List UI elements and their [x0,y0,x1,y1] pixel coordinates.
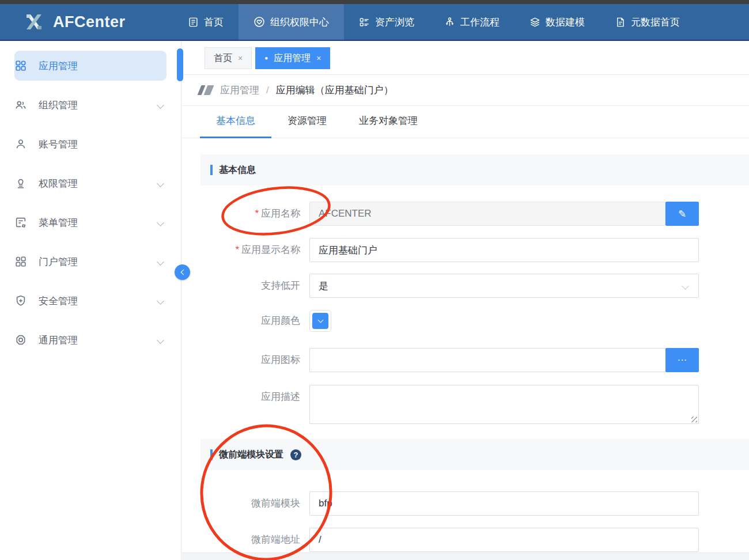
org-permission-heart-icon [254,16,265,28]
sidebar-item-security-management[interactable]: 安全管理 [14,286,167,316]
data-modeling-layers-icon [529,17,540,28]
nav-label: 数据建模 [546,16,585,29]
content-bottom-band [182,553,749,560]
sidebar-item-app-management[interactable]: 应用管理 [14,51,167,81]
left-sidebar: 应用管理 组织管理 账号管理 权 [0,42,181,560]
nav-item-workflow[interactable]: 工作流程 [429,4,515,40]
workspace-tab-home[interactable]: 首页 × [205,47,252,69]
form-row-micro-frontend-module: 微前端模块 [182,491,699,516]
sidebar-item-label: 安全管理 [39,294,78,308]
micro-frontend-address-input[interactable] [309,528,699,552]
nav-label: 组织权限中心 [270,16,329,29]
chevron-down-icon [317,317,323,323]
field-label: *应用名称 [182,202,309,226]
sidebar-item-org-management[interactable]: 组织管理 [14,90,167,120]
nav-label: 资产浏览 [375,16,414,29]
section-accent-bar [210,165,213,175]
field-label: 应用颜色 [182,310,309,332]
sidebar-item-label: 通用管理 [39,334,78,347]
ellipsis-icon: ··· [678,354,687,366]
micro-frontend-module-input[interactable] [309,491,699,516]
close-icon[interactable]: × [238,54,243,63]
form-row-app-description: 应用描述 [182,385,699,424]
section-title: 微前端模块设置 [219,449,283,461]
chevron-down-icon [157,336,164,344]
sidebar-item-label: 权限管理 [39,177,78,190]
section-accent-bar [210,449,213,460]
app-grid-icon [14,59,27,72]
low-code-select[interactable]: 是 [309,274,699,298]
breadcrumb-separator: / [266,85,269,96]
chevron-left-icon [180,270,186,275]
breadcrumb-slashes-icon [199,85,212,95]
nav-label: 元数据首页 [631,16,680,29]
breadcrumb-parent[interactable]: 应用管理 [220,84,259,97]
nav-item-metadata-home[interactable]: 元数据首页 [600,4,695,40]
nav-item-home[interactable]: 首页 [173,4,239,40]
app-icon-input[interactable] [309,348,699,372]
select-value: 是 [319,279,328,293]
app-display-name-input[interactable] [309,238,699,262]
choose-icon-button[interactable]: ··· [665,348,699,372]
nav-item-asset-browse[interactable]: 资产浏览 [344,4,429,40]
tab-label: 首页 [214,52,232,65]
detail-tabs: 基本信息 资源管理 业务对象管理 [182,106,749,138]
app-description-textarea[interactable] [309,385,699,424]
form-row-app-icon: 应用图标 ··· [182,348,699,372]
field-label: 应用图标 [182,348,309,372]
sidebar-item-account-management[interactable]: 账号管理 [14,129,167,159]
sidebar-item-portal-management[interactable]: 门户管理 [14,247,167,277]
workspace-tab-bar: 首页 × ● 应用管理 × [182,42,749,75]
breadcrumb: 应用管理 / 应用编辑（应用基础门户） [182,75,749,106]
chevron-down-icon [157,219,164,226]
close-icon[interactable]: × [316,54,321,63]
security-shield-icon [14,294,27,307]
nav-label: 工作流程 [460,16,500,29]
tab-business-object-management[interactable]: 业务对象管理 [343,114,434,138]
home-doc-icon [188,17,199,28]
required-marker: * [255,208,259,219]
app-logo[interactable]: AFCenter [0,10,173,34]
tab-resource-management[interactable]: 资源管理 [271,114,343,138]
chevron-down-icon [157,101,164,109]
top-navbar: AFCenter 首页 组织权限中心 [0,4,749,41]
app-name-input[interactable] [309,202,665,226]
nav-item-org-permission-center[interactable]: 组织权限中心 [239,4,344,40]
portal-grid-icon [14,255,27,268]
required-marker: * [235,244,239,255]
color-swatch [312,313,328,329]
sidebar-item-permission-management[interactable]: 权限管理 [14,168,167,198]
nav-item-data-modeling[interactable]: 数据建模 [515,4,600,40]
nav-label: 首页 [204,16,224,29]
form-row-app-color: 应用颜色 [182,310,331,332]
sidebar-item-label: 应用管理 [39,59,78,73]
section-title: 基本信息 [219,164,256,176]
active-dot-icon: ● [264,55,268,61]
edit-app-name-button[interactable]: ✎ [665,202,699,226]
chevron-down-icon [157,180,164,187]
section-header-micro-frontend: 微前端模块设置 ? [201,439,749,470]
chevron-down-icon [157,297,164,305]
help-icon[interactable]: ? [290,449,301,460]
sidebar-collapse-button[interactable] [175,264,190,280]
app-logo-text: AFCenter [53,13,126,31]
field-label: *应用显示名称 [182,238,309,262]
menu-doc-icon [14,216,27,229]
sidebar-item-general-management[interactable]: 通用管理 [14,325,167,355]
app-color-picker[interactable] [309,310,331,332]
tab-label: 应用管理 [274,52,311,65]
app-edit-form: 基本信息 *应用名称 ✎ *应用显示名称 支持低开 是 [182,138,749,560]
form-row-app-name: *应用名称 ✎ [182,202,699,226]
asset-list-icon [359,17,370,28]
top-nav-items: 首页 组织权限中心 资产浏览 [173,4,695,40]
field-label: 应用描述 [182,385,309,424]
general-gear-icon [14,334,27,346]
form-row-micro-frontend-address: 微前端地址 [182,528,699,552]
org-users-icon [14,99,27,111]
workspace-tab-app-management[interactable]: ● 应用管理 × [255,47,330,69]
chevron-down-icon [157,258,164,266]
tab-basic-info[interactable]: 基本信息 [200,114,271,138]
afcenter-logo-icon [22,10,46,34]
content-scroll-indicator[interactable] [177,48,183,81]
sidebar-item-menu-management[interactable]: 菜单管理 [14,207,167,237]
